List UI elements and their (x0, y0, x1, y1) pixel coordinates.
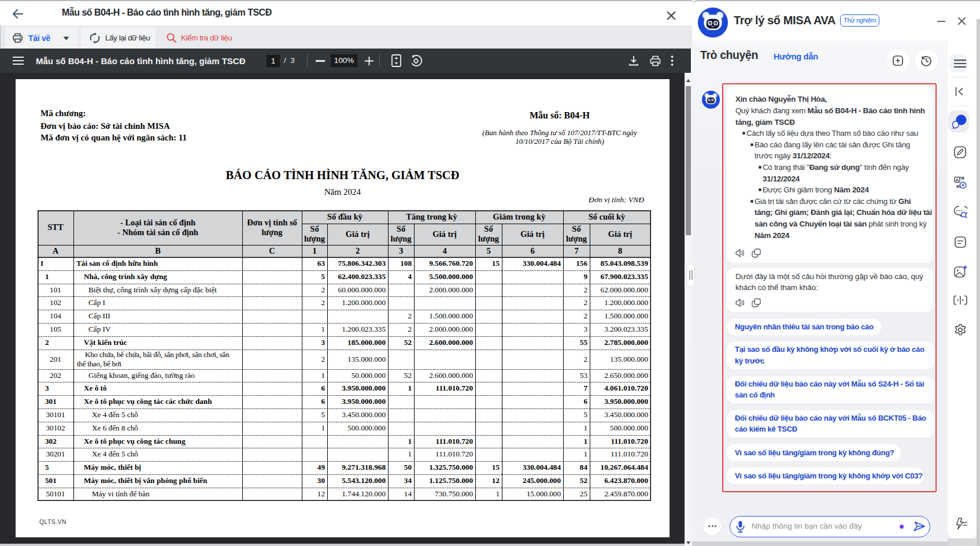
svg-text:A: A (956, 177, 959, 183)
